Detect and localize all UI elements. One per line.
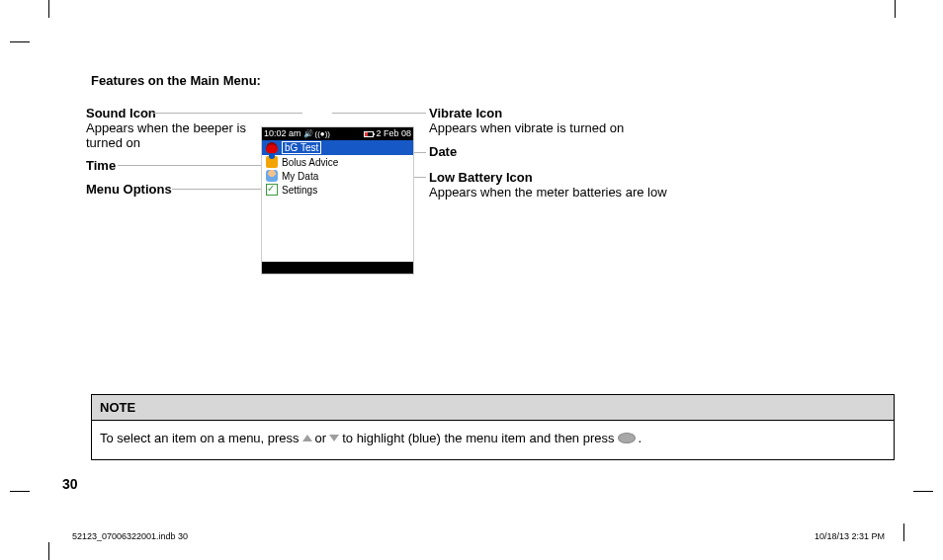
section-heading: Features on the Main Menu: — [91, 73, 261, 88]
note-heading: NOTE — [92, 395, 894, 421]
callout-desc: Appears when the beeper is turned on — [86, 120, 254, 150]
leader-line — [152, 113, 302, 114]
menu-item-label: Settings — [282, 185, 317, 196]
footer-file: 52123_07006322001.indb 30 — [72, 531, 188, 541]
callout-low-battery: Low Battery Icon Appears when the meter … — [429, 170, 726, 200]
note-text: or — [315, 431, 327, 445]
device-screenshot: 10:02 am 🔊 ((●)) 2 Feb 08 bG Test Bolus … — [261, 126, 414, 275]
status-icons: 🔊 ((●)) — [301, 127, 365, 140]
checkmark-icon — [266, 184, 278, 196]
menu-item-label: bG Test — [282, 141, 321, 154]
note-text: . — [639, 431, 643, 445]
enter-button-icon — [618, 433, 636, 443]
device-footer-bar — [262, 262, 413, 274]
vibrate-icon: ((●)) — [315, 127, 331, 140]
low-battery-icon — [364, 131, 374, 137]
bolus-advice-icon — [266, 156, 278, 168]
note-text: to highlight (blue) the menu item and th… — [342, 431, 614, 445]
menu-item-settings[interactable]: Settings — [262, 183, 413, 197]
menu-item-bg-test[interactable]: bG Test — [262, 140, 413, 155]
menu-item-bolus-advice[interactable]: Bolus Advice — [262, 155, 413, 169]
callout-date: Date — [429, 144, 726, 159]
down-arrow-icon — [329, 435, 339, 441]
print-footer: 52123_07006322001.indb 30 10/18/13 2:31 … — [72, 531, 885, 541]
callout-vibrate: Vibrate Icon Appears when vibrate is tur… — [429, 106, 726, 135]
main-menu: bG Test Bolus Advice My Data Settings — [262, 140, 413, 197]
note-text: To select an item on a menu, press — [100, 431, 300, 445]
person-icon — [266, 170, 278, 182]
page-number: 30 — [62, 476, 78, 492]
footer-timestamp: 10/18/13 2:31 PM — [814, 531, 885, 541]
status-bar: 10:02 am 🔊 ((●)) 2 Feb 08 — [262, 127, 413, 140]
menu-item-my-data[interactable]: My Data — [262, 169, 413, 183]
status-date: 2 Feb 08 — [376, 127, 411, 140]
leader-line — [332, 113, 426, 114]
menu-item-label: My Data — [282, 171, 318, 182]
callout-title: Vibrate Icon — [429, 106, 726, 120]
callout-desc: Appears when the meter batteries are low — [429, 185, 726, 200]
menu-item-label: Bolus Advice — [282, 157, 338, 168]
status-time: 10:02 am — [264, 127, 301, 140]
blood-drop-icon — [266, 142, 278, 154]
manual-page: Features on the Main Menu: Sound Icon Ap… — [48, 41, 895, 542]
leader-line — [118, 165, 263, 166]
callout-desc: Appears when vibrate is turned on — [429, 120, 726, 135]
note-body: To select an item on a menu, press or to… — [92, 421, 894, 459]
callout-title: Date — [429, 144, 726, 159]
leader-line — [172, 189, 263, 190]
callout-title: Low Battery Icon — [429, 170, 726, 185]
note-box: NOTE To select an item on a menu, press … — [91, 394, 895, 460]
sound-icon: 🔊 — [303, 127, 313, 140]
up-arrow-icon — [302, 435, 312, 441]
